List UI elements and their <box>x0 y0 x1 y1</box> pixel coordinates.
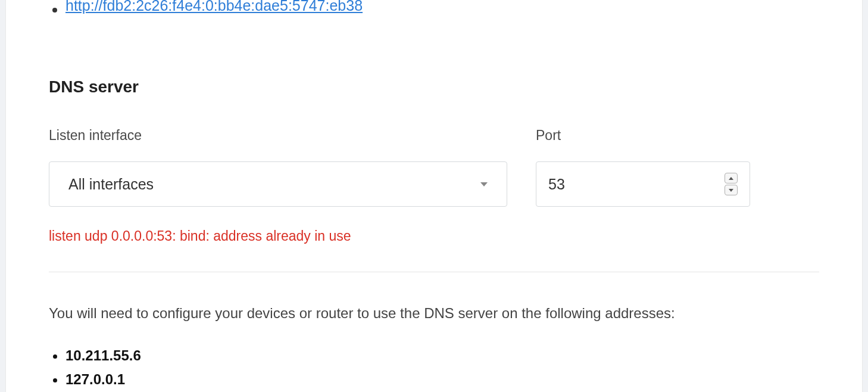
dns-server-heading: DNS server <box>49 77 819 97</box>
listen-interface-select[interactable]: All interfaces <box>49 161 507 207</box>
port-label: Port <box>536 127 750 144</box>
dns-form-row: Listen interface All interfaces Port <box>49 127 819 207</box>
port-input[interactable] <box>548 176 725 193</box>
ipv6-url-link[interactable]: http://fdb2:2c26:f4e4:0:bb4e:dae5:5747:e… <box>65 0 363 14</box>
port-input-wrapper <box>536 161 750 207</box>
chevron-down-icon <box>480 182 488 186</box>
section-divider <box>49 272 819 272</box>
chevron-down-icon <box>729 189 733 192</box>
dns-address-item: 127.0.0.1 <box>65 368 819 392</box>
listen-interface-value: All interfaces <box>68 176 480 193</box>
dns-address-item: 10.211.55.6 <box>65 344 819 368</box>
dns-error-message: listen udp 0.0.0.0:53: bind: address alr… <box>49 228 819 244</box>
listen-interface-label: Listen interface <box>49 127 507 144</box>
port-step-up-button[interactable] <box>725 173 738 183</box>
port-group: Port <box>536 127 750 207</box>
listen-interface-group: Listen interface All interfaces <box>49 127 507 207</box>
list-item: http://fdb2:2c26:f4e4:0:bb4e:dae5:5747:e… <box>65 0 819 18</box>
port-step-down-button[interactable] <box>725 185 738 195</box>
settings-card: http://fdb2:2c26:f4e4:0:bb4e:dae5:5747:e… <box>5 0 863 392</box>
interface-url-list: http://fdb2:2c26:f4e4:0:bb4e:dae5:5747:e… <box>49 0 819 18</box>
dns-info-text: You will need to configure your devices … <box>49 300 819 327</box>
port-spinner <box>725 173 738 195</box>
page-container: http://fdb2:2c26:f4e4:0:bb4e:dae5:5747:e… <box>0 0 868 392</box>
dns-address-list: 10.211.55.6 127.0.0.1 <box>49 344 819 392</box>
chevron-up-icon <box>729 177 733 180</box>
